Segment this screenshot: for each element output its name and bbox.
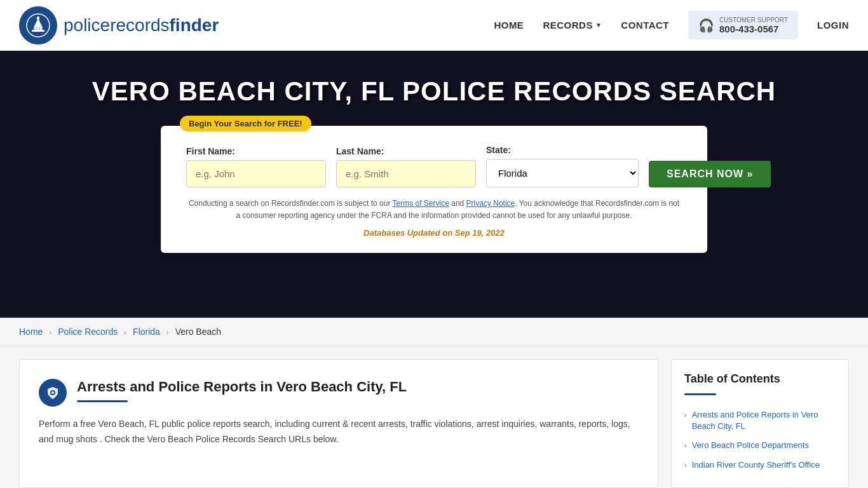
svg-rect-3 [37, 17, 39, 20]
first-name-input[interactable] [186, 160, 326, 187]
terms-link[interactable]: Terms of Service [393, 199, 449, 208]
hero-section: VERO BEACH CITY, FL POLICE RECORDS SEARC… [0, 51, 868, 318]
nav-login[interactable]: LOGIN [817, 20, 849, 30]
breadcrumb-home[interactable]: Home [19, 327, 43, 337]
toc-chevron-icon: › [684, 461, 687, 470]
svg-rect-7 [41, 27, 43, 30]
toc-item[interactable]: ›Indian River County Sheriff's Office [684, 456, 836, 475]
headset-icon: 🎧 [698, 18, 714, 33]
main-content: Arrests and Police Reports in Vero Beach… [19, 359, 658, 488]
last-name-label: Last Name: [336, 146, 476, 156]
breadcrumb: Home › Police Records › Florida › Vero B… [0, 318, 868, 346]
toc-title: Table of Contents [684, 372, 836, 386]
svg-rect-1 [32, 30, 44, 32]
title-underline [77, 400, 128, 402]
first-name-group: First Name: [186, 146, 326, 187]
toc-item[interactable]: ›Vero Beach Police Departments [684, 436, 836, 455]
last-name-group: Last Name: [336, 146, 476, 187]
search-fields: First Name: Last Name: State: Florida Al… [186, 145, 682, 187]
nav-records[interactable]: RECORDS ▼ [543, 20, 602, 30]
support-info: CUSTOMER SUPPORT 800-433-0567 [719, 16, 788, 34]
article-body: Perform a free Vero Beach, FL public pol… [39, 417, 639, 447]
search-box: Begin Your Search for FREE! First Name: … [161, 126, 707, 253]
toc-divider [684, 393, 716, 395]
search-button[interactable]: SEARCH NOW » [649, 161, 771, 187]
site-header: policerecordsfinder HOME RECORDS ▼ CONTA… [0, 0, 868, 51]
main-nav: HOME RECORDS ▼ CONTACT 🎧 CUSTOMER SUPPOR… [494, 11, 849, 39]
free-badge: Begin Your Search for FREE! [180, 116, 311, 132]
nav-home[interactable]: HOME [494, 20, 524, 30]
chevron-down-icon: ▼ [595, 22, 602, 29]
first-name-label: First Name: [186, 146, 326, 156]
article-title: Arrests and Police Reports in Vero Beach… [77, 379, 407, 395]
customer-support-block[interactable]: 🎧 CUSTOMER SUPPORT 800-433-0567 [688, 11, 798, 39]
crumb-separator-2: › [124, 328, 126, 337]
crumb-separator-1: › [49, 328, 51, 337]
svg-rect-2 [34, 27, 43, 30]
logo-icon [19, 6, 57, 44]
svg-rect-5 [36, 27, 37, 30]
table-of-contents: Table of Contents ›Arrests and Police Re… [671, 359, 849, 488]
svg-point-9 [51, 391, 54, 394]
state-group: State: Florida Alabama Alaska Arizona Ca… [486, 145, 639, 187]
breadcrumb-florida[interactable]: Florida [133, 327, 160, 337]
content-area: Arrests and Police Reports in Vero Beach… [0, 346, 868, 488]
logo-area[interactable]: policerecordsfinder [19, 6, 219, 44]
toc-chevron-icon: › [684, 410, 687, 420]
svg-rect-4 [34, 27, 35, 30]
toc-list: ›Arrests and Police Reports in Vero Beac… [684, 405, 836, 475]
article-title-block: Arrests and Police Reports in Vero Beach… [77, 379, 407, 402]
article-header: Arrests and Police Reports in Vero Beach… [39, 379, 639, 407]
state-label: State: [486, 145, 639, 155]
breadcrumb-police-records[interactable]: Police Records [58, 327, 118, 337]
breadcrumb-current: Vero Beach [175, 327, 221, 337]
article-icon [39, 379, 67, 407]
state-select[interactable]: Florida Alabama Alaska Arizona Californi… [486, 159, 639, 187]
toc-item[interactable]: ›Arrests and Police Reports in Vero Beac… [684, 405, 836, 436]
crumb-separator-3: › [166, 328, 169, 337]
svg-rect-6 [39, 27, 40, 30]
nav-contact[interactable]: CONTACT [621, 20, 669, 30]
hero-title: VERO BEACH CITY, FL POLICE RECORDS SEARC… [79, 76, 789, 107]
last-name-input[interactable] [336, 160, 476, 187]
privacy-link[interactable]: Privacy Notice [466, 199, 515, 208]
db-updated: Databases Updated on Sep 19, 2022 [186, 228, 682, 238]
disclaimer-text: Conducting a search on Recordsfinder.com… [186, 198, 682, 222]
logo-text: policerecordsfinder [64, 15, 219, 36]
toc-chevron-icon: › [684, 441, 687, 451]
